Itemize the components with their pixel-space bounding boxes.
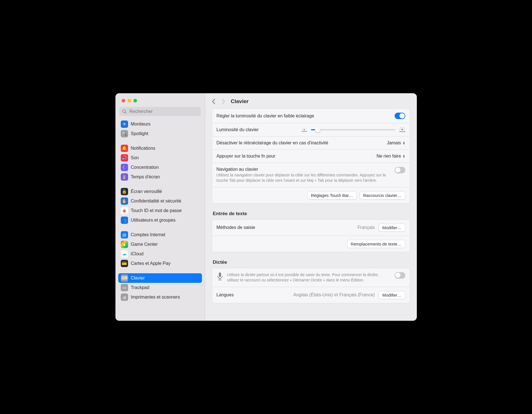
close-window-button[interactable] bbox=[122, 99, 125, 103]
ecran-verrouille-icon: 🔒 bbox=[121, 188, 128, 195]
input-methods-modify-button[interactable]: Modifier… bbox=[379, 224, 405, 232]
icloud-icon: ☁︎ bbox=[121, 250, 128, 258]
chevron-up-down-icon: ▲▼ bbox=[403, 154, 405, 158]
zoom-window-button[interactable] bbox=[133, 99, 137, 103]
dictation-languages-modify-button[interactable]: Modifier… bbox=[379, 291, 405, 299]
text-input-section-title: Entrée de texte bbox=[213, 211, 410, 217]
search-field[interactable] bbox=[119, 107, 201, 116]
temps-ecran-icon: ⏳ bbox=[121, 173, 128, 181]
sidebar-item-label: Utilisateurs et groupes bbox=[131, 218, 176, 223]
backlight-off-label: Désactiver le rétroéclairage du clavier … bbox=[217, 140, 328, 145]
fn-key-label: Appuyer sur la touche fn pour bbox=[217, 154, 276, 159]
son-icon: 🔊 bbox=[121, 154, 128, 161]
sidebar-item-icloud[interactable]: ☁︎iCloud bbox=[118, 249, 202, 259]
moniteurs-icon: ☀︎ bbox=[121, 120, 128, 128]
sidebar-item-concentration[interactable]: ☾Concentration bbox=[118, 163, 202, 172]
keyboard-brightness-panel: Régler la luminosité du clavier en faibl… bbox=[212, 108, 410, 204]
content-scroll[interactable]: Régler la luminosité du clavier en faibl… bbox=[205, 108, 417, 321]
svg-rect-8 bbox=[301, 131, 307, 132]
clavier-icon: ⌨︎ bbox=[121, 274, 128, 282]
sidebar-item-label: Clavier bbox=[131, 276, 145, 281]
search-input[interactable] bbox=[129, 109, 198, 114]
backlight-off-select[interactable]: Jamais ▲▼ bbox=[387, 140, 405, 145]
dictation-desc: Utilisez la dictée partout où il est pos… bbox=[227, 272, 389, 283]
sidebar-item-touch-id[interactable]: ◉Touch ID et mot de passe bbox=[118, 206, 202, 215]
sidebar-item-label: Concentration bbox=[131, 165, 159, 170]
sidebar-item-moniteurs[interactable]: ☀︎Moniteurs bbox=[118, 119, 202, 129]
sidebar-item-clavier[interactable]: ⌨︎Clavier bbox=[118, 273, 202, 283]
topbar: Clavier bbox=[205, 93, 417, 108]
search-icon bbox=[122, 109, 127, 114]
minimize-window-button[interactable] bbox=[128, 99, 131, 103]
sidebar-item-label: Écran verrouillé bbox=[131, 189, 162, 194]
spotlight-icon: 🔍 bbox=[121, 130, 128, 137]
window-controls bbox=[115, 93, 205, 103]
sidebar-item-notifications[interactable]: 🔔Notifications bbox=[118, 144, 202, 153]
keyboard-nav-toggle[interactable] bbox=[395, 167, 405, 173]
nav-forward-button[interactable] bbox=[221, 99, 225, 104]
sidebar-item-label: Game Center bbox=[131, 242, 158, 247]
system-settings-window: ☀︎Moniteurs🔍Spotlight🔔Notifications🔊Son☾… bbox=[115, 93, 417, 321]
sidebar-item-ecran-verrouille[interactable]: 🔒Écran verrouillé bbox=[118, 187, 202, 196]
adjust-brightness-toggle[interactable] bbox=[395, 113, 405, 119]
text-input-panel: Méthodes de saisie Français Modifier… Re… bbox=[212, 219, 410, 252]
nav-back-button[interactable] bbox=[212, 99, 216, 104]
confidentialite-icon: ✋ bbox=[121, 197, 128, 205]
microphone-icon bbox=[217, 272, 223, 281]
trackpad-icon: ▭ bbox=[121, 284, 128, 291]
dictation-toggle[interactable] bbox=[395, 272, 405, 279]
sidebar: ☀︎Moniteurs🔍Spotlight🔔Notifications🔊Son☾… bbox=[115, 93, 205, 321]
dictation-panel: Utilisez la dictée partout où il est pos… bbox=[212, 268, 410, 303]
sidebar-item-comptes-internet[interactable]: @Comptes Internet bbox=[118, 230, 202, 240]
game-center-icon: ● bbox=[121, 241, 128, 248]
svg-point-2 bbox=[303, 129, 304, 130]
touch-bar-settings-button[interactable]: Réglages Touch Bar… bbox=[307, 191, 357, 199]
dictation-languages-value: Anglais (États-Unis) et Français (France… bbox=[293, 292, 375, 297]
fn-key-select[interactable]: Ne rien faire ▲▼ bbox=[376, 154, 405, 159]
svg-line-14 bbox=[404, 128, 404, 128]
sidebar-item-imprimantes[interactable]: 🖨︎Imprimantes et scanners bbox=[118, 292, 202, 302]
imprimantes-icon: 🖨︎ bbox=[121, 294, 128, 301]
keyboard-brightness-slider[interactable] bbox=[301, 128, 405, 132]
chevron-up-down-icon: ▲▼ bbox=[403, 141, 405, 145]
svg-line-6 bbox=[303, 128, 303, 129]
adjust-brightness-label: Régler la luminosité du clavier en faibl… bbox=[217, 113, 314, 119]
sidebar-item-game-center[interactable]: ●Game Center bbox=[118, 240, 202, 249]
sidebar-item-label: Comptes Internet bbox=[131, 232, 165, 237]
notifications-icon: 🔔 bbox=[121, 145, 128, 152]
touch-id-icon: ◉ bbox=[121, 207, 128, 214]
sidebar-item-temps-ecran[interactable]: ⏳Temps d'écran bbox=[118, 172, 202, 182]
sidebar-item-confidentialite[interactable]: ✋Confidentialité et sécurité bbox=[118, 196, 202, 206]
keyboard-shortcuts-button[interactable]: Raccourcis clavier… bbox=[360, 191, 405, 199]
sidebar-item-label: iCloud bbox=[131, 251, 144, 256]
sidebar-item-label: Trackpad bbox=[131, 285, 149, 290]
main-content: Clavier Régler la luminosité du clavier … bbox=[205, 93, 417, 321]
svg-line-13 bbox=[400, 128, 401, 128]
input-methods-value: Français bbox=[358, 225, 375, 230]
sidebar-list[interactable]: ☀︎Moniteurs🔍Spotlight🔔Notifications🔊Son☾… bbox=[115, 118, 205, 321]
sidebar-item-label: Son bbox=[131, 155, 139, 160]
svg-line-7 bbox=[305, 128, 306, 129]
sidebar-item-trackpad[interactable]: ▭Trackpad bbox=[118, 283, 202, 292]
sidebar-item-son[interactable]: 🔊Son bbox=[118, 153, 202, 163]
svg-rect-15 bbox=[399, 131, 405, 132]
sidebar-item-utilisateurs[interactable]: 👥Utilisateurs et groupes bbox=[118, 215, 202, 225]
sidebar-item-label: Moniteurs bbox=[131, 122, 151, 127]
dictation-languages-label: Langues bbox=[217, 292, 234, 297]
svg-rect-16 bbox=[219, 272, 221, 277]
dictation-section-title: Dictée bbox=[213, 260, 410, 265]
sidebar-item-label: Spotlight bbox=[131, 131, 148, 136]
text-replacements-button[interactable]: Remplacements de texte… bbox=[347, 240, 405, 248]
keyboard-nav-label: Navigation au clavier bbox=[217, 167, 389, 172]
brightness-low-icon bbox=[301, 128, 307, 132]
svg-line-1 bbox=[125, 112, 126, 113]
brightness-high-icon bbox=[399, 128, 405, 132]
comptes-internet-icon: @ bbox=[121, 231, 128, 238]
sidebar-item-spotlight[interactable]: 🔍Spotlight bbox=[118, 129, 202, 138]
input-methods-label: Méthodes de saisie bbox=[217, 225, 255, 230]
sidebar-item-label: Confidentialité et sécurité bbox=[131, 199, 181, 204]
sidebar-item-label: Temps d'écran bbox=[131, 174, 160, 179]
sidebar-item-cartes-apple-pay[interactable]: 💳Cartes et Apple Pay bbox=[118, 259, 202, 268]
cartes-apple-pay-icon: 💳 bbox=[121, 260, 128, 267]
page-title: Clavier bbox=[231, 98, 249, 104]
